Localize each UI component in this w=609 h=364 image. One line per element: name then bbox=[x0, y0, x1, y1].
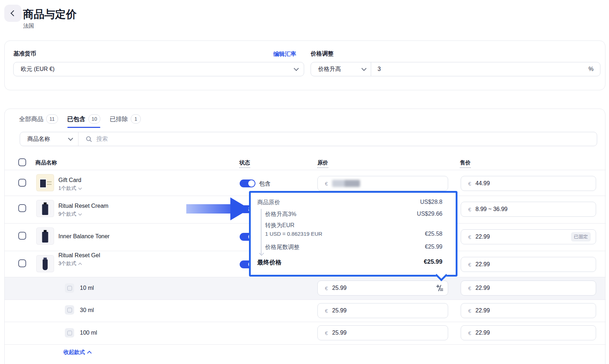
search-filter-select[interactable]: 商品名称 bbox=[20, 132, 78, 146]
tab-excluded[interactable]: 已排除 1 bbox=[110, 114, 141, 124]
chevron-up-icon bbox=[87, 351, 92, 355]
divider bbox=[5, 300, 606, 300]
price-value: 22.99 bbox=[475, 234, 490, 240]
popover-final-value: €25.99 bbox=[424, 258, 442, 265]
chevron-down-icon bbox=[294, 66, 299, 71]
product-thumbnail bbox=[36, 200, 54, 217]
chevron-down-icon bbox=[78, 186, 82, 190]
edit-rate-link[interactable]: 编辑汇率 bbox=[273, 51, 296, 58]
pointer-arrow-shaft bbox=[186, 204, 231, 214]
image-placeholder-icon bbox=[67, 331, 72, 335]
sale-price-input[interactable]: € 22.99 bbox=[461, 281, 596, 296]
tab-all-products[interactable]: 全部商品 11 bbox=[19, 114, 58, 124]
search-input[interactable] bbox=[92, 135, 597, 143]
price-value: 22.99 bbox=[475, 261, 490, 268]
original-price-input[interactable]: € 25.99 bbox=[317, 303, 448, 318]
include-toggle[interactable] bbox=[240, 179, 255, 187]
variant-thumbnail bbox=[65, 283, 74, 293]
price-adjustment-group: 价格升高 % bbox=[311, 62, 600, 76]
popover-row-label: 价格尾数调整 bbox=[265, 244, 299, 251]
sale-price-input[interactable]: € 22.99 bbox=[461, 303, 596, 318]
divider bbox=[5, 344, 606, 345]
price-value: 22.99 bbox=[475, 330, 490, 336]
variant-name: 10 ml bbox=[80, 285, 94, 291]
fixed-price-badge: 已固定 bbox=[571, 232, 591, 241]
column-header-name: 商品名称 bbox=[35, 159, 57, 166]
tab-label: 已包含 bbox=[67, 115, 86, 123]
blurred-price-value bbox=[332, 180, 360, 187]
product-name: Gift Card bbox=[58, 177, 81, 183]
currency-symbol: € bbox=[468, 330, 471, 336]
sale-price-input[interactable]: € 22.99 bbox=[461, 257, 596, 272]
sale-price-input[interactable]: € 22.99 bbox=[461, 325, 596, 340]
currency-symbol: € bbox=[325, 181, 328, 187]
popover-row-label: 价格升高3% bbox=[265, 211, 296, 218]
price-adjustment-label: 价格调整 bbox=[311, 50, 334, 58]
popover-exchange-rate: 1 USD = 0.862319 EUR bbox=[265, 231, 322, 237]
product-name: Inner Balance Toner bbox=[58, 233, 110, 240]
status-label: 包含 bbox=[259, 180, 270, 188]
base-currency-select[interactable]: 欧元 (EUR €) bbox=[13, 62, 304, 76]
variant-name: 30 ml bbox=[80, 307, 94, 313]
search-icon bbox=[86, 136, 92, 142]
currency-symbol: € bbox=[468, 206, 471, 212]
price-value: 44.99 bbox=[475, 180, 490, 187]
chevron-down-icon bbox=[68, 136, 73, 141]
tab-count-badge: 10 bbox=[88, 114, 101, 124]
popover-row-label: 商品原价 bbox=[257, 199, 280, 206]
original-price-input[interactable]: € bbox=[317, 176, 448, 191]
variants-toggle[interactable]: 9个款式 bbox=[58, 211, 81, 217]
select-all-checkbox[interactable] bbox=[18, 158, 26, 166]
tab-included[interactable]: 已包含 10 bbox=[67, 114, 101, 124]
base-currency-label: 基准货币 bbox=[13, 50, 36, 58]
product-name: Ritual Reset Gel bbox=[58, 252, 100, 259]
currency-settings-card: 基准货币 编辑汇率 欧元 (EUR €) 价格调整 价格升高 % bbox=[4, 40, 605, 90]
chevron-down-icon bbox=[361, 66, 366, 71]
price-value: 22.99 bbox=[475, 307, 490, 314]
column-header-status: 状态 bbox=[239, 159, 250, 166]
page-subtitle: 法国 bbox=[23, 23, 34, 29]
row-checkbox[interactable] bbox=[18, 232, 26, 240]
price-adjustment-icon[interactable] bbox=[436, 284, 443, 292]
row-checkbox[interactable] bbox=[18, 259, 26, 267]
currency-symbol: € bbox=[468, 262, 471, 268]
chevron-left-icon bbox=[10, 10, 16, 16]
popover-row-value: US$28.8 bbox=[420, 199, 442, 205]
pointer-arrow-icon bbox=[230, 197, 250, 220]
adjustment-value-input[interactable] bbox=[371, 66, 582, 72]
row-checkbox[interactable] bbox=[18, 204, 26, 212]
currency-symbol: € bbox=[468, 234, 471, 240]
sale-price-input[interactable]: € 44.99 bbox=[461, 176, 596, 191]
collapse-variants-label: 收起款式 bbox=[63, 349, 85, 356]
column-header-original-price: 原价 bbox=[317, 159, 328, 166]
price-value: 25.99 bbox=[332, 285, 346, 291]
variant-thumbnail bbox=[65, 305, 74, 315]
products-pricing-page: 商品与定价 法国 基准货币 编辑汇率 欧元 (EUR €) 价格调整 价格升高 … bbox=[0, 0, 609, 364]
popover-row-value: €25.99 bbox=[425, 244, 442, 250]
price-breakdown-popover: 商品原价 US$28.8 价格升高3% US$29.66 转换为EUR 1 US… bbox=[249, 191, 457, 277]
adjustment-unit: % bbox=[582, 66, 600, 72]
chevron-up-icon bbox=[78, 263, 82, 266]
currency-symbol: € bbox=[325, 285, 328, 291]
popover-final-label: 最终价格 bbox=[257, 258, 282, 267]
adjustment-mode-select[interactable]: 价格升高 bbox=[311, 62, 371, 76]
search-bar: 商品名称 bbox=[20, 132, 597, 146]
variants-toggle[interactable]: 3个款式 bbox=[58, 260, 81, 267]
image-placeholder-icon bbox=[67, 286, 72, 291]
row-checkbox[interactable] bbox=[18, 179, 26, 187]
variants-toggle[interactable]: 1个款式 bbox=[58, 185, 81, 192]
product-tabs: 全部商品 11 已包含 10 已排除 1 bbox=[19, 114, 141, 124]
original-price-input[interactable]: € 25.99 bbox=[317, 325, 448, 340]
variant-name: 100 ml bbox=[80, 330, 97, 336]
sale-price-input[interactable]: € 8.99 ~ 36.99 bbox=[461, 202, 596, 217]
product-thumbnail bbox=[36, 227, 54, 245]
collapse-variants-link[interactable]: 收起款式 bbox=[63, 349, 91, 356]
original-price-input[interactable]: € 25.99 bbox=[317, 281, 448, 296]
back-button[interactable] bbox=[4, 5, 21, 22]
currency-symbol: € bbox=[468, 285, 471, 291]
tab-label: 已排除 bbox=[110, 115, 128, 123]
sale-price-input[interactable]: € 22.99 已固定 bbox=[461, 229, 596, 244]
variants-count: 1个款式 bbox=[58, 185, 76, 192]
divider bbox=[5, 170, 606, 170]
price-value: 8.99 ~ 36.99 bbox=[475, 206, 507, 212]
